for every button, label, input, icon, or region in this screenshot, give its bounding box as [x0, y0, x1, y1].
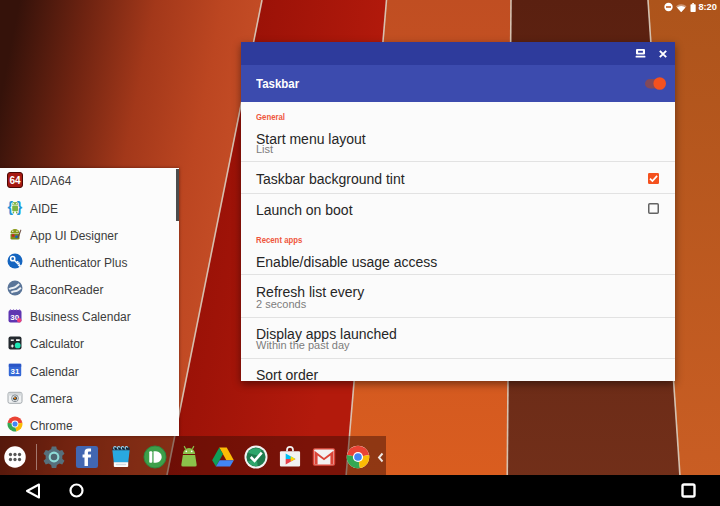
svg-text:31: 31 — [11, 367, 20, 376]
svg-text:64: 64 — [9, 174, 21, 185]
